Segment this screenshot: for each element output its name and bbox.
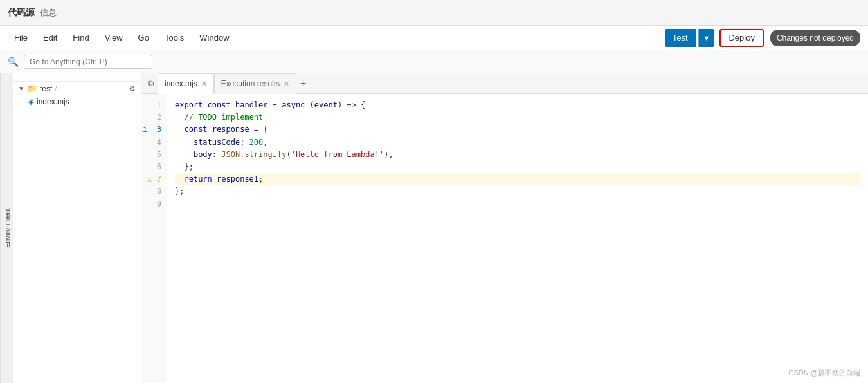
menu-window[interactable]: Window xyxy=(193,30,235,45)
line-num-7: ⚠ 7 xyxy=(141,173,167,185)
code-line-4: statusCode: 200, xyxy=(175,136,860,149)
folder-icon: 📁 xyxy=(27,84,37,93)
tab-execution-results-label: Execution results xyxy=(221,79,280,88)
code-line-3: const response = { xyxy=(175,124,860,136)
folder-row-test[interactable]: ▼ 📁 test / ⚙ xyxy=(13,82,141,95)
code-line-7: return response1; xyxy=(175,173,860,185)
code-line-9 xyxy=(175,198,860,210)
search-icon-button[interactable]: 🔍 xyxy=(6,55,20,68)
environment-tab[interactable]: Environment xyxy=(0,73,13,383)
folder-settings-button[interactable]: ⚙ xyxy=(129,84,136,93)
test-button[interactable]: Test xyxy=(665,29,696,47)
watermark: CSDN @搞不动的前端 xyxy=(789,368,860,378)
code-line-2: // TODO implement xyxy=(175,111,860,124)
menu-find[interactable]: Find xyxy=(66,30,95,45)
menu-file[interactable]: File xyxy=(8,30,34,45)
line-num-9: 9 xyxy=(141,198,167,210)
test-dropdown-button[interactable]: ▼ xyxy=(698,29,715,47)
file-explorer: ▼ 📁 test / ⚙ ◈ index.mjs xyxy=(13,73,141,383)
changes-not-deployed-badge: Changes not deployed xyxy=(770,30,860,46)
top-bar: 代码源 信息 xyxy=(0,0,868,26)
code-line-8: }; xyxy=(175,185,860,198)
file-explorer-header xyxy=(13,73,141,82)
menu-edit[interactable]: Edit xyxy=(37,30,64,45)
line-num-4: 4 xyxy=(141,136,167,149)
menu-tools[interactable]: Tools xyxy=(158,30,190,45)
tab-index-mjs-close[interactable]: ✕ xyxy=(201,80,207,88)
deploy-button[interactable]: Deploy xyxy=(719,29,763,47)
tab-bar: ⧉ index.mjs ✕ Execution results ✕ + xyxy=(141,73,868,94)
file-icon: ◈ xyxy=(28,97,34,106)
main-layout: Environment ▼ 📁 test / ⚙ ◈ index.mjs ⧉ i… xyxy=(0,73,868,383)
tab-execution-results-close[interactable]: ✕ xyxy=(284,80,289,88)
search-input[interactable] xyxy=(24,55,152,69)
tab-execution-results[interactable]: Execution results ✕ xyxy=(214,73,296,94)
app-subtitle: 信息 xyxy=(40,7,57,19)
line-num-6: 6 xyxy=(141,161,167,173)
tab-index-mjs[interactable]: index.mjs ✕ xyxy=(158,73,214,94)
line-num-2: 2 xyxy=(141,111,167,124)
tab-add-button[interactable]: + xyxy=(296,78,310,89)
editor-area: ⧉ index.mjs ✕ Execution results ✕ + 1 2 … xyxy=(141,73,868,383)
chevron-icon: ▼ xyxy=(18,85,24,92)
code-line-5: body: JSON.stringify('Hello from Lambda!… xyxy=(175,149,860,161)
folder-name: test xyxy=(40,84,52,93)
file-name: index.mjs xyxy=(37,97,69,106)
line-num-8: 8 xyxy=(141,185,167,198)
code-line-1: export const handler = async (event) => … xyxy=(175,99,860,111)
file-row-index[interactable]: ◈ index.mjs xyxy=(13,95,141,108)
menu-bar: File Edit Find View Go Tools Window Test… xyxy=(0,26,868,50)
search-bar: 🔍 xyxy=(0,50,868,73)
tab-index-mjs-label: index.mjs xyxy=(165,79,197,88)
code-content[interactable]: export const handler = async (event) => … xyxy=(167,94,868,383)
tab-copy-icon[interactable]: ⧉ xyxy=(144,76,158,91)
menu-view[interactable]: View xyxy=(98,30,129,45)
line-numbers: 1 2 i 3 4 5 6 ⚠ 7 8 9 xyxy=(141,94,167,383)
menu-go[interactable]: Go xyxy=(132,30,156,45)
code-editor: 1 2 i 3 4 5 6 ⚠ 7 8 9 export const handl… xyxy=(141,94,868,383)
folder-slash: / xyxy=(55,85,57,93)
line-num-5: 5 xyxy=(141,149,167,161)
line-num-1: 1 xyxy=(141,99,167,111)
code-line-6: }; xyxy=(175,161,860,173)
line-num-3: i 3 xyxy=(141,124,167,136)
app-title: 代码源 xyxy=(8,7,35,19)
